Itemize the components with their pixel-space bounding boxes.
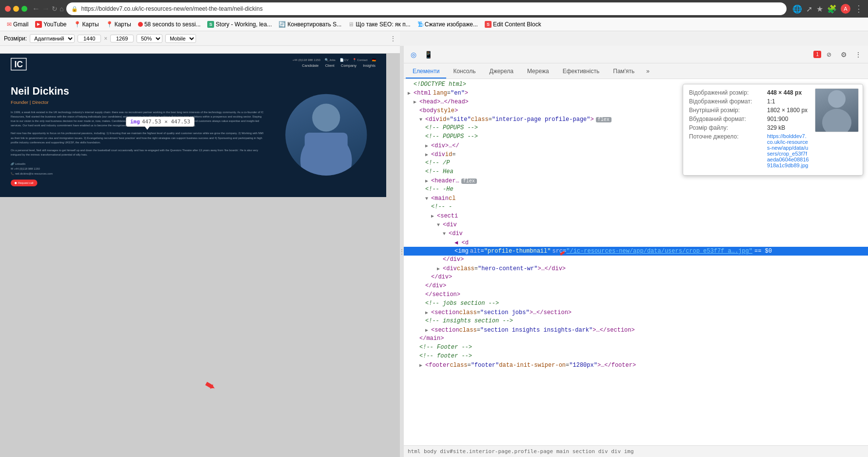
- html-line-header[interactable]: ▶ <header … flex: [404, 177, 868, 185]
- mobile-select[interactable]: Mobile: [165, 34, 196, 43]
- profile-icon[interactable]: A: [841, 4, 850, 14]
- devtools-panel: ◎ 📱 1 ⊘ ⚙ ⋮ Елементи Консоль Джерела Мер…: [404, 46, 868, 457]
- bookmark-gmail[interactable]: ✉ Gmail: [4, 20, 31, 29]
- html-line-nested-div[interactable]: ▼ <div: [404, 229, 868, 238]
- html-line-close-div1[interactable]: </div>: [404, 256, 868, 264]
- bookmark-maps2[interactable]: 📍 Карты: [103, 20, 134, 29]
- html-line-close-section[interactable]: </section>: [404, 291, 868, 299]
- bookmark-compress[interactable]: 🗜 Сжатие изображе...: [414, 20, 481, 29]
- extensions-icon[interactable]: 🧩: [827, 4, 837, 14]
- height-input[interactable]: [110, 35, 134, 42]
- html-line-inner-div[interactable]: ▼ <div: [404, 220, 868, 229]
- bookmark-youtube[interactable]: ▶ YouTube: [32, 20, 69, 29]
- devtools-status-bar: html body div#site.interior-page.profile…: [404, 445, 868, 457]
- close-btn[interactable]: [5, 6, 11, 12]
- bookmark-convert[interactable]: 🔄 Конвертировать S...: [276, 20, 344, 29]
- bookmark-story[interactable]: S Story - Working, lea...: [204, 20, 275, 29]
- tab-console[interactable]: Консоль: [446, 65, 482, 79]
- html-line-insights-comment[interactable]: <!-- insights section -->: [404, 317, 868, 326]
- img-info-tooltip: Відображений розмір: 448 × 448 px Відобр…: [683, 84, 863, 176]
- html-line-close-main[interactable]: </main>: [404, 335, 868, 343]
- bookmark-session[interactable]: 58 seconds to sessi...: [135, 20, 203, 29]
- tooltip-arrow: [144, 126, 150, 130]
- bookmark-icon[interactable]: ★: [816, 4, 823, 14]
- red-arrow-1: ➨: [201, 376, 219, 395]
- maximize-btn[interactable]: [21, 6, 27, 12]
- page-ruler: [0, 46, 400, 54]
- share-icon[interactable]: ➚: [806, 4, 812, 14]
- ic-logo: IC: [11, 58, 27, 71]
- bio-para2: Neil now has the opportunity to focus on…: [11, 131, 264, 144]
- html-line-close-div2[interactable]: </div>: [404, 273, 868, 282]
- bio-para3: On a personal level, Neil still manages …: [11, 148, 264, 157]
- svg-point-4: [822, 109, 851, 132]
- html-line-main-comment[interactable]: <!-- -: [404, 203, 868, 212]
- forward-btn[interactable]: →: [42, 4, 50, 13]
- nav-jobs: 🔍 Jobs: [325, 58, 335, 61]
- html-line-d[interactable]: ◀ <d: [404, 238, 868, 247]
- html-line-jobs-comment[interactable]: <!-- jobs section -->: [404, 299, 868, 308]
- img-size-label: img 447.53 × 447.53: [126, 117, 195, 127]
- tab-more[interactable]: »: [641, 65, 654, 79]
- tab-network[interactable]: Мережа: [520, 65, 556, 79]
- error-count-badge[interactable]: 1: [813, 51, 821, 58]
- minimize-btn[interactable]: [13, 6, 19, 12]
- nav-insights: Insights: [363, 63, 375, 68]
- html-line-hero-content[interactable]: ▶ <div class="hero-content-wr" >…</div>: [404, 264, 868, 273]
- html-line-section[interactable]: ▶ <secti: [404, 212, 868, 220]
- nav-contact: 📍 Contact: [353, 58, 367, 61]
- html-line-section-insights[interactable]: ▶ <section class="section insights insig…: [404, 326, 868, 335]
- tab-sources[interactable]: Джерела: [483, 65, 520, 79]
- more-options-icon[interactable]: ⋮: [390, 35, 396, 42]
- bookmark-maps1[interactable]: 📍 Карты: [71, 20, 102, 29]
- console-icon[interactable]: ⊘: [822, 48, 836, 61]
- html-tree[interactable]: <!DOCTYPE html> ▶ <html lang="en" > ▶ <h…: [404, 79, 868, 445]
- html-line-close-div3[interactable]: </div>: [404, 282, 868, 291]
- refresh-btn[interactable]: ↻: [52, 5, 58, 13]
- responsive-select[interactable]: Адаптивний: [30, 34, 75, 43]
- nav-flag: 🇩🇪: [372, 58, 375, 61]
- contact-info: 🔗 LinkedIn ✉ +44 (0)118 988 1150 📞 neil.…: [11, 162, 264, 176]
- more-icon[interactable]: ⋮: [851, 48, 865, 61]
- nav-phone: +44 (0)118 988 1150: [293, 58, 320, 61]
- tab-memory[interactable]: Пам'ять: [606, 65, 641, 79]
- times-sep: ×: [104, 35, 107, 42]
- resize-handle[interactable]: ⋮: [400, 46, 404, 457]
- html-line-footer-el[interactable]: ▶ <footer class="footer" data-init-swipe…: [404, 361, 868, 370]
- svg-rect-2: [305, 133, 348, 167]
- html-line-main[interactable]: ▼ <main cl: [404, 194, 868, 203]
- device-icon[interactable]: 📱: [421, 48, 435, 61]
- width-input[interactable]: [78, 35, 101, 42]
- home-btn[interactable]: ⌂: [59, 5, 63, 13]
- html-line-footer-comment1[interactable]: <!-- Footer -->: [404, 343, 868, 352]
- menu-icon[interactable]: ⋮: [854, 3, 863, 14]
- tab-elements[interactable]: Елементи: [406, 65, 446, 79]
- webpage-panel: IC +44 (0)118 988 1150 🔍 Jobs 📄 CV 📍 Con…: [0, 46, 400, 457]
- nav-cv: 📄 CV: [340, 58, 349, 61]
- html-line-he2[interactable]: <!-- -He: [404, 185, 868, 194]
- nav-candidate: Candidate: [302, 63, 318, 68]
- person-title: Founder | Director: [11, 99, 264, 105]
- tab-performance[interactable]: Ефективність: [556, 65, 607, 79]
- inspect-icon[interactable]: ◎: [407, 48, 420, 61]
- svg-point-0: [312, 104, 340, 132]
- zoom-select[interactable]: 50%: [137, 34, 162, 43]
- person-name: Neil Dickins: [11, 85, 264, 97]
- settings-icon[interactable]: ⚙: [837, 48, 850, 61]
- status-path: html body div#site.interior-page.profile…: [408, 448, 634, 455]
- back-btn[interactable]: ←: [32, 4, 40, 13]
- size-label: Розміри:: [4, 35, 27, 42]
- nav-client: Client: [325, 63, 335, 68]
- html-line-img-selected[interactable]: <img alt="profile-thumbnail" src="/ic-re…: [404, 247, 868, 256]
- lock-icon: 🔒: [71, 6, 78, 12]
- request-call-btn[interactable]: Request call: [11, 179, 37, 186]
- html-line-footer-comment2[interactable]: <!-- footer -->: [404, 352, 868, 361]
- bookmark-seo[interactable]: 🖥 Що таке SEO: як п...: [345, 20, 413, 29]
- html-line-section-jobs[interactable]: ▶ <section class="section jobs" >…</sect…: [404, 308, 868, 317]
- svg-point-3: [828, 90, 846, 108]
- nav-company: Company: [341, 63, 356, 68]
- translate-icon[interactable]: 🌐: [792, 4, 802, 14]
- bookmark-edit[interactable]: S Edit Content Block: [482, 20, 544, 29]
- source-link[interactable]: https://bolddev7.co.uk/ic-resources-new/…: [767, 133, 809, 168]
- address-bar-url[interactable]: https://bolddev7.co.uk/ic-resources-new/…: [81, 5, 782, 12]
